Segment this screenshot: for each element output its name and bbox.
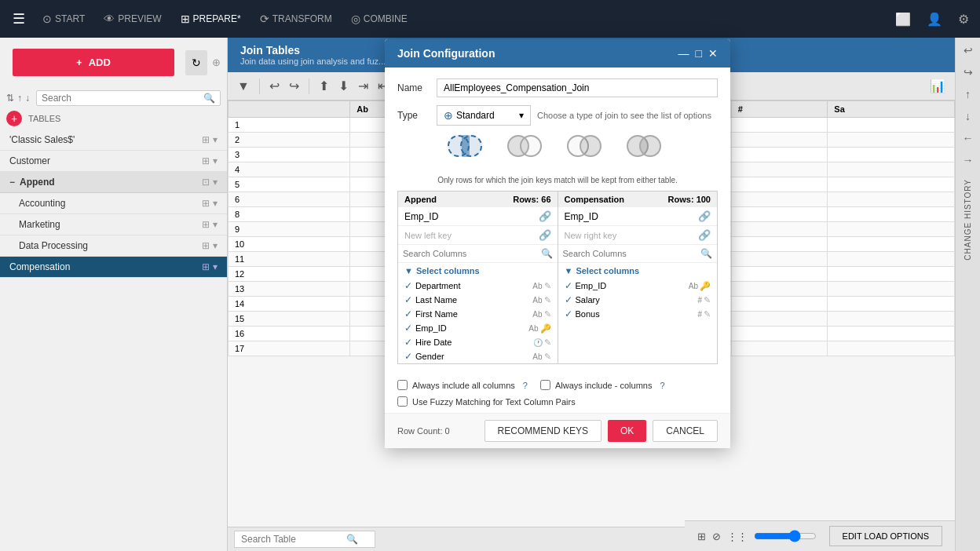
sidebar-item-compensation[interactable]: Compensation ⊞ ▾ (0, 257, 227, 278)
row-sa (828, 148, 955, 162)
modal-minimize-button[interactable]: — (678, 47, 689, 60)
refresh-button[interactable]: ↻ (185, 50, 207, 75)
always-include-left-help[interactable]: ? (523, 381, 528, 390)
firstname-check[interactable]: ✓ (404, 308, 412, 319)
nav-prepare[interactable]: ⊞ PREPARE* (173, 9, 249, 28)
customer-chevron-icon[interactable]: ▾ (213, 155, 218, 166)
left-key-link-icon[interactable]: 🔗 (539, 210, 551, 222)
nav-start[interactable]: ⊙ START (35, 9, 93, 28)
join-type-inner[interactable] (444, 133, 492, 168)
sort-icon-1[interactable]: ⇅ (6, 93, 14, 104)
lastname-edit-icon[interactable]: ✎ (544, 295, 551, 305)
sidebar-expand-icon[interactable]: ⊕ (212, 57, 221, 68)
sidebar-item-classic-sales[interactable]: 'Classic Sales$' ⊞ ▾ (0, 130, 227, 151)
sidebar-up-icon[interactable]: ↑ (962, 85, 974, 104)
row-hash (731, 192, 828, 207)
sidebar-item-data-processing[interactable]: Data Processing ⊞ ▾ (0, 235, 227, 257)
sidebar-item-compensation-label: Compensation (9, 261, 70, 272)
sidebar-add-small[interactable]: + (6, 111, 22, 126)
empid-type-edit: Ab 🔑 (528, 323, 550, 334)
toolbar-move-down-icon[interactable]: ⬇ (335, 75, 352, 97)
edit-load-button[interactable]: EDIT LOAD OPTIONS (829, 526, 942, 546)
undo-sidebar-icon[interactable]: ↩ (960, 41, 976, 60)
accounting-chevron-icon[interactable]: ▾ (213, 198, 218, 209)
sort-icon-2[interactable]: ↑ (17, 93, 22, 104)
data-processing-chevron-icon[interactable]: ▾ (213, 240, 218, 251)
type-dropdown[interactable]: ⊕ Standard ▾ (437, 105, 531, 126)
sidebar-right-icon[interactable]: → (960, 151, 977, 170)
bottom-split-icon[interactable]: ⊘ (712, 531, 721, 542)
join-type-left[interactable] (504, 133, 551, 168)
nav-transform[interactable]: ⟳ TRANSFORM (252, 9, 340, 28)
hiredate-edit-icon[interactable]: ✎ (544, 338, 551, 348)
add-button[interactable]: + ADD (13, 49, 174, 76)
redo-sidebar-icon[interactable]: ↪ (960, 63, 976, 82)
sidebar-group-append[interactable]: − Append ⊡ ▾ (0, 172, 227, 193)
fuzzy-matching-checkbox[interactable] (397, 396, 408, 407)
nav-user-icon[interactable]: 👤 (922, 7, 947, 31)
left-new-key-icon[interactable]: 🔗 (539, 229, 551, 241)
join-columns-area: Append Rows: 66 Emp_ID 🔗 New left key 🔗 … (397, 191, 718, 364)
recommend-keys-button[interactable]: RECOMMEND KEYS (485, 420, 602, 442)
gender-edit-icon[interactable]: ✎ (544, 352, 551, 362)
toolbar-filter-icon[interactable]: ▼ (234, 76, 253, 97)
nav-combine[interactable]: ◎ COMBINE (343, 9, 415, 28)
append-chevron-icon[interactable]: ▾ (213, 177, 218, 188)
compensation-chevron-icon[interactable]: ▾ (213, 261, 218, 272)
bonus-edit-icon[interactable]: ✎ (704, 309, 711, 319)
sidebar-down-icon[interactable]: ↓ (962, 107, 974, 126)
right-select-all[interactable]: ▼ Select columns (558, 263, 718, 279)
lastname-check[interactable]: ✓ (404, 294, 412, 305)
gender-check[interactable]: ✓ (404, 351, 412, 362)
nav-screen-icon[interactable]: ⬜ (890, 7, 916, 31)
row-sa (828, 133, 955, 148)
nav-settings-icon[interactable]: ⚙ (953, 7, 974, 31)
dept-check[interactable]: ✓ (404, 280, 412, 291)
row-hash (731, 207, 828, 222)
empid-check[interactable]: ✓ (404, 323, 412, 334)
always-include-right-checkbox[interactable] (540, 380, 550, 390)
dept-edit-icon[interactable]: ✎ (544, 281, 551, 291)
bonus-check[interactable]: ✓ (565, 308, 572, 319)
left-select-all[interactable]: ▼ Select columns (398, 263, 558, 279)
toolbar-redo-icon[interactable]: ↪ (286, 75, 302, 97)
zoom-slider[interactable] (754, 530, 817, 542)
salary-edit-icon[interactable]: ✎ (704, 295, 711, 305)
nav-preview[interactable]: 👁 PREVIEW (96, 9, 169, 28)
bottom-grid-icon[interactable]: ⋮⋮ (727, 531, 748, 542)
sidebar-item-marketing[interactable]: Marketing ⊞ ▾ (0, 214, 227, 235)
modal-maximize-button[interactable]: □ (696, 47, 702, 60)
always-include-left-checkbox[interactable] (397, 380, 408, 390)
sidebar-search-input[interactable] (42, 93, 203, 104)
bottom-align-icon[interactable]: ⊞ (697, 531, 706, 542)
table-search-input[interactable] (241, 534, 343, 545)
always-include-right-help[interactable]: ? (660, 381, 664, 390)
sidebar-item-accounting[interactable]: Accounting ⊞ ▾ (0, 193, 227, 214)
toolbar-chart-icon[interactable]: 📊 (927, 75, 949, 97)
toolbar-undo-icon[interactable]: ↩ (266, 75, 283, 97)
r-empid-check[interactable]: ✓ (565, 280, 572, 291)
ok-button[interactable]: OK (608, 420, 646, 442)
modal-close-button[interactable]: ✕ (708, 47, 718, 60)
right-search-input[interactable] (563, 249, 698, 258)
chevron-down-icon[interactable]: ▾ (213, 134, 218, 145)
left-search-input[interactable] (403, 249, 538, 258)
right-select-label: Select columns (576, 266, 639, 276)
join-type-full[interactable] (623, 133, 671, 168)
sort-icon-3[interactable]: ↓ (25, 93, 30, 104)
sidebar-left-icon[interactable]: ← (960, 129, 977, 148)
sidebar-item-accounting-label: Accounting (19, 198, 65, 209)
right-new-key-icon[interactable]: 🔗 (698, 229, 711, 241)
cancel-button[interactable]: CANCEL (653, 420, 718, 442)
marketing-chevron-icon[interactable]: ▾ (213, 219, 218, 230)
toolbar-move-up-icon[interactable]: ⬆ (316, 75, 332, 97)
firstname-edit-icon[interactable]: ✎ (544, 309, 551, 319)
hiredate-check[interactable]: ✓ (404, 337, 412, 348)
join-type-right[interactable] (564, 133, 611, 168)
right-key-link-icon[interactable]: 🔗 (698, 210, 711, 222)
toolbar-split-icon[interactable]: ⇥ (355, 75, 371, 97)
name-input[interactable] (437, 78, 718, 97)
hamburger-icon[interactable]: ☰ (6, 4, 31, 34)
sidebar-item-customer[interactable]: Customer ⊞ ▾ (0, 151, 227, 172)
salary-check[interactable]: ✓ (565, 294, 572, 305)
